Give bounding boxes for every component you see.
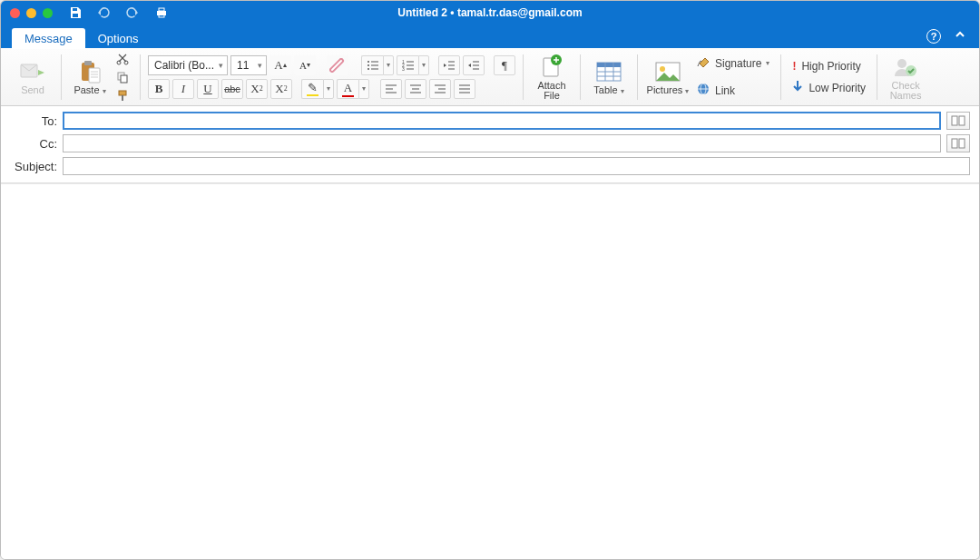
grow-font-icon[interactable]: A▴ [270,55,291,75]
copy-icon[interactable] [113,70,132,84]
to-field[interactable] [63,112,941,130]
subject-field[interactable] [63,157,970,175]
svg-rect-63 [952,116,957,125]
font-color-button[interactable]: A [337,79,358,99]
svg-rect-15 [121,75,127,83]
message-header: To: Cc: Subject: [1,106,979,183]
svg-rect-7 [84,61,92,65]
underline-button[interactable]: U [197,79,219,99]
print-icon[interactable] [154,6,169,19]
maximize-window-button[interactable] [43,8,53,18]
undo-icon[interactable] [96,6,111,19]
align-right-icon[interactable] [429,79,451,99]
indent-icon[interactable] [463,55,485,75]
highlight-color-button[interactable]: ✎ [301,79,323,99]
strikethrough-button[interactable]: abc [221,79,243,99]
signature-icon [696,55,710,71]
help-icon[interactable]: ? [926,29,941,44]
subject-label: Subject: [10,160,57,173]
ribbon: Send Paste ▾ [1,48,979,106]
pictures-icon [655,58,681,85]
check-names-icon [893,54,918,81]
svg-rect-0 [73,8,77,11]
high-priority-icon: ! [792,60,796,73]
numbered-list-icon[interactable]: 123 [397,55,418,75]
low-priority-icon [792,80,803,95]
italic-button[interactable]: I [172,79,194,99]
low-priority-button[interactable]: Low Priority [789,77,869,99]
svg-rect-65 [952,139,957,148]
cc-label: Cc: [10,137,57,151]
attach-file-button[interactable]: Attach File [531,52,573,103]
redo-icon[interactable] [125,6,140,19]
align-center-icon[interactable] [405,79,426,99]
svg-rect-64 [959,116,965,125]
quick-access-toolbar [69,6,169,19]
attach-file-icon [540,54,564,81]
align-justify-icon[interactable] [454,79,475,99]
shrink-font-icon[interactable]: A▾ [294,55,316,75]
format-painter-icon[interactable] [113,88,132,103]
svg-rect-51 [597,63,621,67]
table-button[interactable]: Table ▾ [588,52,630,103]
send-button[interactable]: Send [12,52,54,103]
subscript-button[interactable]: X2 [246,79,268,99]
svg-rect-66 [959,139,965,148]
bulleted-list-dropdown[interactable]: ▾ [383,55,394,75]
superscript-button[interactable]: X2 [270,79,292,99]
svg-point-57 [660,66,665,72]
minimize-window-button[interactable] [26,8,36,18]
highlight-color-dropdown[interactable]: ▾ [323,79,334,99]
paragraph-marks-icon[interactable]: ¶ [494,55,515,75]
close-window-button[interactable] [10,8,20,18]
svg-text:2: 2 [402,63,405,68]
title-bar: Untitled 2 • tamal.tr.das@gmail.com [1,1,979,25]
paste-icon [78,58,102,85]
message-body[interactable] [1,183,979,559]
svg-point-20 [368,64,369,66]
to-label: To: [10,114,57,128]
svg-rect-16 [119,91,126,95]
svg-rect-17 [122,95,123,101]
link-button[interactable]: Link [692,80,773,102]
svg-rect-3 [159,8,164,11]
svg-point-22 [368,68,369,70]
align-left-icon[interactable] [380,79,402,99]
send-icon [20,58,45,85]
svg-point-61 [897,59,906,68]
check-names-button[interactable]: Check Names [885,52,926,103]
svg-rect-8 [89,68,100,83]
svg-point-18 [368,61,369,63]
bold-button[interactable]: B [148,79,170,99]
save-icon[interactable] [69,6,82,19]
paste-button[interactable]: Paste ▾ [69,52,111,103]
ribbon-tab-bar: Message Options ? [1,25,979,48]
font-color-dropdown[interactable]: ▾ [358,79,369,99]
to-addressbook-button[interactable] [946,112,970,130]
bulleted-list-icon[interactable] [361,55,383,75]
link-icon [696,83,710,98]
cc-field[interactable] [63,134,941,152]
tab-message[interactable]: Message [12,28,85,49]
signature-button[interactable]: Signature ▾ [692,53,773,74]
compose-window: Untitled 2 • tamal.tr.das@gmail.com Mess… [0,0,980,560]
table-icon [596,58,622,85]
svg-text:1: 1 [402,60,405,64]
clear-formatting-icon[interactable] [327,55,348,75]
font-size-combo[interactable]: 11▾ [230,55,267,75]
numbered-list-dropdown[interactable]: ▾ [418,55,429,75]
svg-text:3: 3 [402,66,405,71]
svg-rect-4 [159,15,164,17]
svg-rect-1 [73,14,78,17]
collapse-ribbon-icon[interactable] [954,28,966,44]
high-priority-button[interactable]: ! High Priority [789,55,869,77]
window-controls [10,8,53,18]
font-name-combo[interactable]: Calibri (Bo...▾ [148,55,228,75]
cut-icon[interactable] [113,52,132,66]
cc-addressbook-button[interactable] [946,134,970,152]
outdent-icon[interactable] [438,55,460,75]
tab-options[interactable]: Options [85,28,152,49]
pictures-button[interactable]: Pictures ▾ [645,52,691,103]
